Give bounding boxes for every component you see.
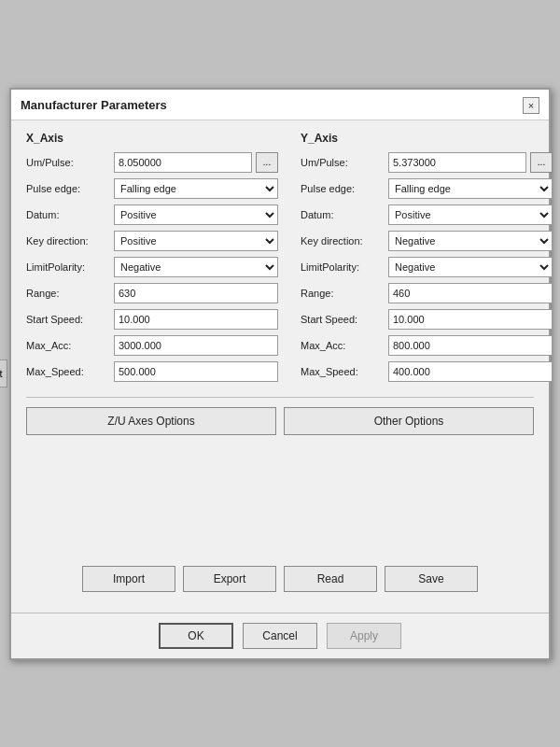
spacer — [26, 444, 534, 557]
y-range-input[interactable] — [388, 283, 553, 303]
x-key-direction-row: Key direction: Positive Negative — [26, 231, 278, 251]
y-key-direction-row: Key direction: Positive Negative — [301, 231, 553, 251]
y-max-speed-row: Max_Speed: — [301, 361, 553, 382]
x-axis-panel: X_Axis Um/Pulse: ... Pulse edge: Falling… — [26, 132, 278, 388]
ok-button[interactable]: OK — [159, 623, 233, 649]
y-datum-label: Datum: — [301, 209, 385, 220]
y-max-acc-label: Max_Acc: — [301, 340, 385, 351]
other-options-button[interactable]: Other Options — [284, 407, 534, 435]
y-start-speed-row: Start Speed: — [301, 309, 553, 330]
x-max-acc-label: Max_Acc: — [26, 340, 110, 351]
x-max-acc-input[interactable] — [114, 335, 278, 356]
x-max-acc-row: Max_Acc: — [26, 335, 278, 356]
import-button[interactable]: Import — [82, 566, 175, 592]
y-datum-row: Datum: Positive Negative — [301, 204, 553, 225]
manufacturer-parameters-dialog: Manufacturer Parameters × X_Axis Um/Puls… — [9, 88, 551, 660]
y-max-acc-input[interactable] — [388, 335, 553, 356]
x-axis-title: X_Axis — [26, 132, 278, 145]
save-button[interactable]: Save — [385, 566, 478, 592]
y-axis-panel: Y_Axis Um/Pulse: ... Pulse edge: Falling… — [301, 132, 553, 388]
y-pulse-edge-row: Pulse edge: Falling edge Rising edge — [301, 178, 553, 199]
x-max-speed-row: Max_Speed: — [26, 361, 278, 382]
y-start-speed-label: Start Speed: — [301, 314, 385, 325]
x-limit-polarity-select[interactable]: Positive Negative — [114, 257, 278, 277]
section-divider-1 — [26, 397, 534, 398]
cancel-button[interactable]: Cancel — [243, 623, 317, 649]
y-max-acc-row: Max_Acc: — [301, 335, 553, 356]
read-button[interactable]: Read — [284, 566, 377, 592]
action-buttons-row: Import Export Read Save — [26, 566, 534, 592]
x-um-pulse-label: Um/Pulse: — [26, 157, 110, 168]
y-limit-polarity-select[interactable]: Positive Negative — [388, 257, 553, 277]
x-range-label: Range: — [26, 288, 110, 299]
bottom-bar: OK Cancel Apply — [11, 613, 549, 658]
x-range-row: Range: — [26, 283, 278, 303]
x-um-pulse-input[interactable] — [114, 152, 252, 173]
close-button[interactable]: × — [523, 97, 539, 114]
x-pulse-edge-label: Pulse edge: — [26, 183, 110, 194]
x-datum-label: Datum: — [26, 209, 110, 220]
y-um-pulse-input[interactable] — [388, 152, 526, 173]
y-key-direction-select[interactable]: Positive Negative — [388, 231, 553, 251]
zu-axes-button[interactable]: Z/U Axes Options — [26, 407, 276, 435]
title-bar: Manufacturer Parameters × — [11, 90, 549, 120]
apply-button[interactable]: Apply — [327, 623, 401, 649]
y-start-speed-input[interactable] — [388, 309, 553, 330]
x-um-pulse-btn[interactable]: ... — [256, 152, 278, 173]
dialog-title: Manufacturer Parameters — [21, 98, 167, 112]
x-pulse-edge-select[interactable]: Falling edge Rising edge — [114, 178, 278, 199]
x-start-speed-label: Start Speed: — [26, 314, 110, 325]
y-um-pulse-label: Um/Pulse: — [301, 157, 385, 168]
x-max-speed-input[interactable] — [114, 361, 278, 382]
x-max-speed-label: Max_Speed: — [26, 366, 110, 377]
option-buttons-row: Z/U Axes Options Other Options — [26, 407, 534, 435]
x-um-pulse-row: Um/Pulse: ... — [26, 152, 278, 173]
y-range-label: Range: — [301, 288, 385, 299]
x-pulse-edge-row: Pulse edge: Falling edge Rising edge — [26, 178, 278, 199]
x-datum-row: Datum: Positive Negative — [26, 204, 278, 225]
y-max-speed-input[interactable] — [388, 361, 553, 382]
y-limit-polarity-row: LimitPolarity: Positive Negative — [301, 257, 553, 277]
x-range-input[interactable] — [114, 283, 278, 303]
x-limit-polarity-row: LimitPolarity: Positive Negative — [26, 257, 278, 277]
y-key-direction-label: Key direction: — [301, 235, 385, 247]
export-button[interactable]: Export — [183, 566, 276, 592]
dialog-content: X_Axis Um/Pulse: ... Pulse edge: Falling… — [11, 120, 549, 613]
x-key-direction-label: Key direction: — [26, 235, 110, 247]
x-key-direction-select[interactable]: Positive Negative — [114, 231, 278, 251]
y-max-speed-label: Max_Speed: — [301, 366, 385, 377]
left-tab[interactable]: et — [0, 359, 7, 388]
x-start-speed-input[interactable] — [114, 309, 278, 330]
x-datum-select[interactable]: Positive Negative — [114, 204, 278, 225]
y-axis-title: Y_Axis — [301, 132, 553, 145]
x-limit-polarity-label: LimitPolarity: — [26, 261, 110, 273]
y-um-pulse-row: Um/Pulse: ... — [301, 152, 553, 173]
y-pulse-edge-select[interactable]: Falling edge Rising edge — [388, 178, 553, 199]
y-datum-select[interactable]: Positive Negative — [388, 204, 553, 225]
x-start-speed-row: Start Speed: — [26, 309, 278, 330]
y-range-row: Range: — [301, 283, 553, 303]
y-pulse-edge-label: Pulse edge: — [301, 183, 385, 194]
y-limit-polarity-label: LimitPolarity: — [301, 261, 385, 273]
y-um-pulse-btn[interactable]: ... — [530, 152, 553, 173]
axes-container: X_Axis Um/Pulse: ... Pulse edge: Falling… — [26, 132, 534, 388]
